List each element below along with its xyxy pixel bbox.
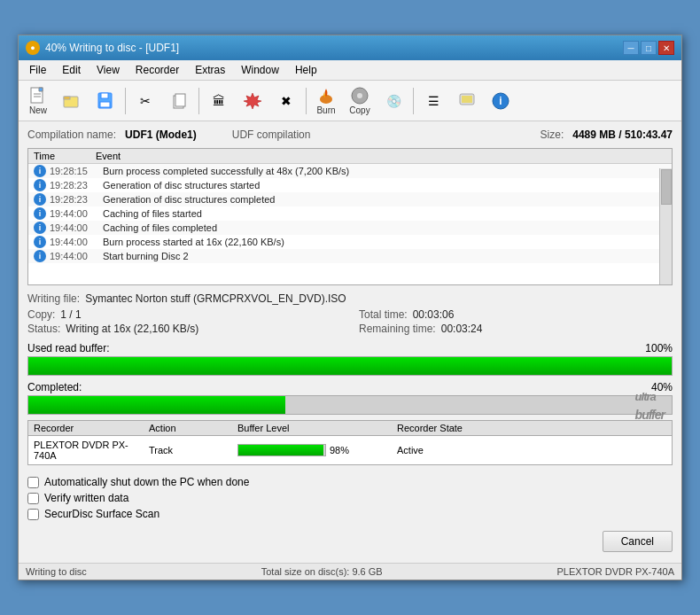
securdisc-checkbox[interactable] [27,509,39,520]
writing-file-value: Symantec Norton stuff (GRMCPRXVOL_EN_DVD… [85,292,346,305]
log-event: Burn process started at 16x (22,160 KB/s… [103,237,666,247]
minimize-button[interactable]: ─ [623,41,639,55]
svg-rect-4 [64,97,70,99]
cancel-button[interactable]: Cancel [603,531,673,552]
log-scrollbar-thumb[interactable] [661,169,672,205]
completed-bar: ultra buffer [27,395,673,415]
completed-label: Completed: [27,381,82,393]
copy-disc-button[interactable]: Copy [344,83,376,118]
new-button[interactable]: New [22,83,54,118]
recorder-col-action: Action [149,423,237,433]
database-icon: 🏛 [209,91,229,111]
bottom-buttons: Cancel [27,527,673,556]
log-time: 19:28:23 [50,180,103,191]
total-time-label: Total time: [359,308,408,321]
svg-text:i: i [499,95,502,107]
log-area: Time Event i 19:28:15 Burn process compl… [27,148,673,285]
menu-window[interactable]: Window [234,62,286,78]
verify-checkbox[interactable] [27,493,39,504]
list-button[interactable]: ☰ [417,89,449,113]
open-button[interactable] [56,89,88,113]
writing-file-row: Writing file: Symantec Norton stuff (GRM… [27,292,673,305]
log-info-icon: i [34,179,46,191]
burn-button[interactable]: Burn [310,83,342,118]
svg-point-13 [357,93,362,98]
copy-button[interactable] [163,89,195,113]
svg-rect-6 [101,93,108,98]
total-time-row: Total time: 00:03:06 [359,308,673,321]
buffer-percent: 98% [330,445,349,455]
log-info-icon: i [34,236,46,248]
completed-fill [28,396,285,414]
log-row: i 19:28:23 Generation of disc structures… [28,178,672,192]
log-event: Generation of disc structures completed [103,194,666,205]
buffer-bar: 98% [237,443,397,457]
log-info-icon: i [34,222,46,234]
status-label: Status: [27,323,60,335]
copy-value: 1 / 1 [60,308,81,321]
menu-bar: File Edit View Recorder Extras Window He… [19,60,681,81]
menu-file[interactable]: File [22,62,53,78]
log-row: i 19:28:15 Burn process completed succes… [28,164,672,178]
completed-label-row: Completed: 40% [27,381,673,393]
content-area: Compilation name: UDF1 (Mode1) UDF compi… [19,121,681,563]
menu-recorder[interactable]: Recorder [128,62,186,78]
save-button[interactable] [89,89,121,113]
log-row: i 19:28:23 Generation of disc structures… [28,192,672,206]
separator-2 [198,88,199,114]
separator-4 [413,88,414,114]
log-header: Time Event [28,149,672,164]
recorder-row: PLEXTOR DVDR PX-740A Track 98% Active [28,436,672,464]
read-buffer-bar [27,356,673,376]
status-value: Writing at 16x (22,160 KB/s) [66,323,198,335]
menu-edit[interactable]: Edit [55,62,88,78]
checkbox-row-3: SecurDisc Surface Scan [27,508,673,520]
maximize-button[interactable]: □ [641,41,657,55]
status-size: Total size on disc(s): 9.6 GB [261,566,383,577]
log-time: 19:44:00 [50,251,103,261]
database-button[interactable]: 🏛 [203,89,235,113]
log-event: Caching of files completed [103,222,666,233]
buffer-fill-container [237,444,326,456]
completed-section: Completed: 40% ultra buffer [27,381,673,415]
status-row: Status: Writing at 16x (22,160 KB/s) [27,323,341,335]
log-scrollbar[interactable] [659,168,672,284]
copy-disc-icon [350,86,369,105]
total-time-value: 00:03:06 [413,308,455,321]
burn-icon [316,86,336,105]
log-row: i 19:44:00 Caching of files completed [28,221,672,235]
compilation-name: UDF1 (Mode1) [125,128,197,141]
svg-rect-9 [175,94,185,106]
compilation-type: UDF compilation [232,128,311,141]
app-icon: ● [26,41,40,55]
log-time: 19:28:23 [50,194,103,205]
lightning-button[interactable] [451,89,483,113]
buffer-fill [238,445,323,455]
scissors-icon: ✂ [136,91,155,111]
menu-view[interactable]: View [89,62,127,78]
log-time: 19:44:00 [50,208,103,219]
svg-marker-10 [244,93,261,109]
menu-help[interactable]: Help [288,62,324,78]
read-buffer-label: Used read buffer: [27,342,110,354]
copy-icon [169,91,189,111]
copy-label: Copy: [27,308,55,321]
remaining-time-row: Remaining time: 00:03:24 [359,323,673,335]
menu-extras[interactable]: Extras [188,62,232,78]
verify-label: Verify written data [44,492,128,504]
log-entries[interactable]: i 19:28:15 Burn process completed succes… [28,164,672,280]
cut-button[interactable]: ✂ [129,89,161,113]
log-event: Generation of disc structures started [103,180,666,191]
shutdown-checkbox[interactable] [27,477,39,488]
log-time: 19:44:00 [50,237,103,247]
clear-button[interactable]: ✖ [270,89,302,113]
compilation-info: Compilation name: UDF1 (Mode1) UDF compi… [27,128,673,141]
recorder-col-state: Recorder State [397,423,666,433]
settings-button[interactable] [237,89,268,113]
disc-button[interactable]: 💿 [377,89,409,113]
info-button[interactable]: i [485,89,517,113]
remaining-time-label: Remaining time: [359,323,436,335]
svg-rect-7 [100,102,110,107]
close-button[interactable]: ✕ [658,41,674,55]
read-buffer-percent: 100% [645,342,673,354]
